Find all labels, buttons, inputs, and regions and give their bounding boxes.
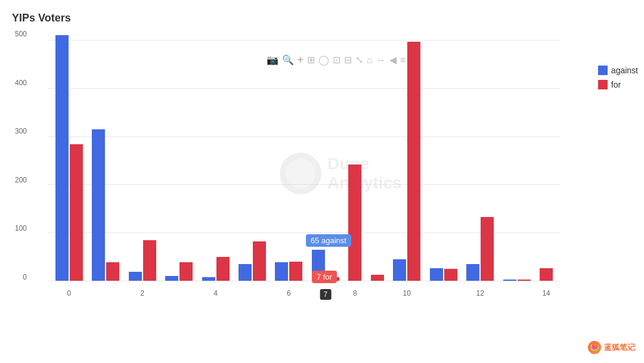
- bar-group-10: 10: [393, 42, 420, 281]
- bar-against-6[interactable]: [275, 262, 288, 281]
- x-label-6: 6: [287, 289, 291, 297]
- bar-group-14: 14: [540, 268, 553, 281]
- legend-for-color: [598, 80, 608, 89]
- bars-area: 0246765 against7 for8101214: [48, 30, 561, 281]
- bar-group-11: [430, 268, 457, 281]
- bar-group-2: 2: [129, 240, 156, 281]
- x-label-4: 4: [213, 289, 218, 297]
- bar-group-4: 4: [202, 257, 230, 281]
- x-label-12: 12: [476, 289, 484, 297]
- legend-for: for: [598, 80, 638, 89]
- brand-logo: 🍉 蓝狐笔记: [588, 341, 635, 354]
- bar-against-5[interactable]: [239, 264, 252, 281]
- legend-against-color: [598, 66, 608, 75]
- legend-for-label: for: [611, 80, 621, 89]
- legend-against: against: [598, 66, 638, 75]
- x-label-10: 10: [403, 289, 411, 297]
- bar-for-9[interactable]: [371, 275, 384, 281]
- bar-for-3[interactable]: [179, 262, 193, 281]
- bar-group-6: 6: [275, 262, 302, 281]
- bar-against-4[interactable]: [202, 277, 215, 281]
- bar-for-2[interactable]: [143, 240, 156, 281]
- bar-against-10[interactable]: [393, 259, 406, 281]
- bar-for-6[interactable]: [289, 262, 302, 281]
- y-label-500: 500: [15, 30, 27, 38]
- chart-title: YIPs Voters: [12, 12, 632, 24]
- x-label-14: 14: [542, 289, 550, 297]
- bar-group-0: 0: [55, 35, 83, 281]
- bar-against-13[interactable]: [503, 280, 516, 281]
- bar-for-8[interactable]: [348, 165, 361, 281]
- x-label-8: 8: [353, 289, 357, 297]
- bar-for-10[interactable]: [407, 42, 420, 281]
- brand-icon: 🍉: [588, 341, 601, 354]
- grid-line-0: [48, 281, 561, 281]
- bar-for-12[interactable]: [481, 217, 494, 281]
- bar-for-11[interactable]: [444, 269, 457, 281]
- bar-group-1: [92, 129, 119, 281]
- bar-group-7: 765 against7 for: [312, 250, 339, 281]
- y-label-100: 100: [15, 225, 27, 232]
- bar-group-13: [503, 280, 531, 281]
- bar-group-8: 8: [348, 165, 361, 281]
- bar-group-3: [165, 262, 193, 281]
- x-tick-7: 7: [320, 289, 332, 300]
- bar-group-9: [371, 275, 384, 281]
- legend-against-label: against: [611, 66, 638, 75]
- bar-group-5: [239, 241, 266, 281]
- bar-for-14[interactable]: [540, 268, 553, 281]
- bar-group-12: 12: [466, 217, 494, 281]
- bar-for-0[interactable]: [70, 144, 83, 281]
- bar-for-4[interactable]: [216, 257, 230, 281]
- chart-container: YIPs Voters 📷 🔍 + ⊞ ◯ ⊡ ⊟ ⤡ ⌂ ↔ ◀ ≡ agai…: [0, 0, 644, 363]
- chart-area: 500 400 300 200 100 0 DuneAnalytics 0246…: [48, 30, 561, 317]
- bar-against-1[interactable]: [92, 129, 105, 281]
- y-label-0: 0: [23, 274, 27, 281]
- x-label-0: 0: [67, 289, 71, 297]
- bar-against-11[interactable]: [430, 268, 443, 281]
- bar-against-2[interactable]: [129, 272, 142, 281]
- bar-against-0[interactable]: [55, 35, 69, 281]
- bar-against-12[interactable]: [466, 264, 479, 281]
- bar-against-3[interactable]: [165, 276, 178, 281]
- y-label-400: 400: [15, 79, 27, 86]
- bar-for-13[interactable]: [518, 280, 531, 281]
- brand-name: 蓝狐笔记: [604, 342, 635, 353]
- bar-for-1[interactable]: [106, 262, 119, 281]
- tooltip-for: 7 for: [312, 271, 337, 283]
- bar-for-5[interactable]: [253, 241, 266, 281]
- tooltip-against: 65 against: [306, 234, 351, 247]
- x-label-2: 2: [140, 289, 144, 297]
- y-label-200: 200: [15, 176, 27, 184]
- y-axis: 500 400 300 200 100 0: [15, 30, 27, 281]
- y-label-300: 300: [15, 128, 27, 135]
- legend: against for: [598, 66, 638, 89]
